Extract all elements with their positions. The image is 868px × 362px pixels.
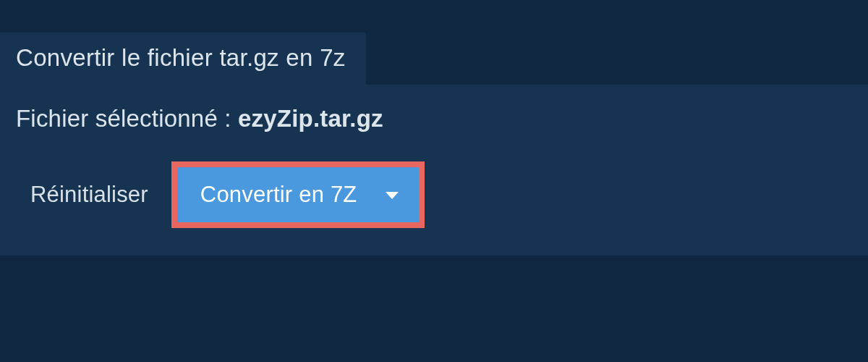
main-container: Convertir le fichier tar.gz en 7z Fichie… — [0, 0, 868, 256]
file-selected-filename: ezyZip.tar.gz — [238, 105, 383, 132]
page-title: Convertir le fichier tar.gz en 7z — [16, 44, 346, 71]
file-selected-label: Fichier sélectionné : — [16, 105, 238, 132]
caret-down-icon — [386, 192, 399, 199]
button-row: Réinitialiser Convertir en 7Z — [16, 161, 852, 228]
convert-button-label: Convertir en 7Z — [200, 182, 357, 208]
convert-button[interactable]: Convertir en 7Z — [177, 167, 420, 222]
content-area: Fichier sélectionné : ezyZip.tar.gz Réin… — [0, 85, 868, 256]
convert-button-highlight: Convertir en 7Z — [171, 161, 425, 228]
reset-button[interactable]: Réinitialiser — [30, 182, 148, 208]
page-title-tab: Convertir le fichier tar.gz en 7z — [0, 33, 366, 85]
file-selected-text: Fichier sélectionné : ezyZip.tar.gz — [16, 105, 852, 132]
